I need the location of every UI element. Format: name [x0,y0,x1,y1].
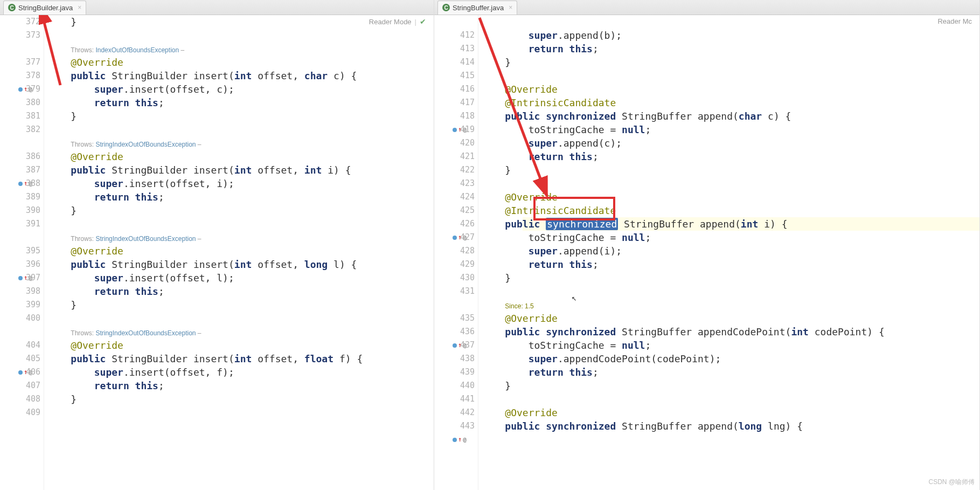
code-line[interactable] [44,312,434,325]
watermark: CSDN @喻师傅 [928,478,975,487]
line-number: 396↑@ [0,258,44,271]
line-number: 408 [0,392,44,406]
tab-label: StringBuilder.java [18,4,73,12]
code-line[interactable]: toStringCache = null; [478,339,979,352]
code-line[interactable] [44,29,434,42]
code-line[interactable]: super.insert(offset, i); [44,177,434,190]
code-line[interactable]: } [44,204,434,217]
code-line[interactable]: public synchronized StringBuffer append(… [478,419,979,433]
line-number: 435 [434,312,478,325]
code-line[interactable] [478,69,979,82]
code-line[interactable]: return this; [478,258,979,271]
line-number: 419 [434,123,478,136]
code-line[interactable]: return this; [44,96,434,109]
code-line[interactable] [44,406,434,419]
code-line[interactable]: super.append(c); [478,136,979,150]
code-line[interactable]: toStringCache = null; [478,123,979,136]
tab-stringbuilder[interactable]: C StringBuilder.java × [3,1,86,15]
line-number: 387↑@ [0,163,44,177]
tab-stringbuffer[interactable]: C StringBuffer.java × [437,1,517,15]
code-line[interactable]: Throws: IndexOutOfBoundsException – [44,42,434,56]
left-code-editor[interactable]: 372373377378↑@379380381382386387↑@388389… [0,15,434,490]
code-line[interactable]: public StringBuilder insert(int offset, … [44,69,434,82]
code-line[interactable]: super.insert(offset, c); [44,82,434,96]
line-number: 399 [0,298,44,312]
line-number [0,325,44,339]
code-line[interactable] [478,177,979,190]
line-number: 430 [434,271,478,285]
code-line[interactable]: } [44,109,434,123]
code-line[interactable]: @Override [478,82,979,96]
code-line[interactable]: Throws: StringIndexOutOfBoundsException … [44,325,434,339]
line-number: 407 [0,379,44,392]
line-number: 390 [0,204,44,217]
code-line[interactable]: @Override [44,339,434,352]
code-line[interactable]: Since: 1.5 [478,298,979,312]
line-number: 379 [0,82,44,96]
close-tab-icon[interactable]: × [509,4,512,11]
line-number [0,42,44,56]
code-line[interactable]: @Override [478,190,979,204]
code-line[interactable]: super.append(i); [478,244,979,258]
override-marker-icon[interactable]: ↑@ [453,433,467,446]
code-line[interactable]: } [478,379,979,392]
line-number: 397 [0,271,44,285]
code-line[interactable]: toStringCache = null; [478,231,979,244]
code-line[interactable]: } [478,56,979,69]
code-line[interactable]: public synchronized StringBuffer append(… [478,109,979,123]
code-line[interactable]: @Override [44,244,434,258]
java-class-icon: C [442,4,450,11]
line-number: 439 [434,365,478,379]
close-tab-icon[interactable]: × [78,4,81,11]
code-line[interactable]: @IntrinsicCandidate [478,96,979,109]
code-line[interactable]: public StringBuilder insert(int offset, … [44,163,434,177]
code-line[interactable] [478,15,979,29]
code-line[interactable]: Throws: StringIndexOutOfBoundsException … [44,231,434,244]
code-line[interactable]: @Override [478,406,979,419]
code-line[interactable]: public synchronized StringBuffer append(… [478,217,979,231]
code-line[interactable]: Throws: StringIndexOutOfBoundsException … [44,136,434,150]
code-line[interactable]: return this; [44,285,434,298]
code-line[interactable]: @IntrinsicCandidate [478,204,979,217]
code-line[interactable]: return this; [478,365,979,379]
line-number: 389 [0,190,44,204]
line-number: 436↑@ [434,325,478,339]
code-line[interactable]: super.insert(offset, f); [44,365,434,379]
code-line[interactable]: return this; [44,190,434,204]
line-number: 418↑@ [434,109,478,123]
line-number: 388 [0,177,44,190]
code-line[interactable] [478,285,979,298]
line-number: 420 [434,136,478,150]
code-line[interactable]: super.insert(offset, l); [44,271,434,285]
code-line[interactable]: } [44,15,434,29]
code-line[interactable]: @Override [44,56,434,69]
code-line[interactable]: super.appendCodePoint(codePoint); [478,352,979,365]
code-line[interactable]: @Override [478,312,979,325]
line-number: 421 [434,150,478,163]
code-line[interactable]: public StringBuilder insert(int offset, … [44,352,434,365]
code-line[interactable] [44,217,434,231]
line-number: 404 [0,339,44,352]
code-line[interactable]: @Override [44,150,434,163]
line-number: 438 [434,352,478,365]
code-line[interactable]: } [44,298,434,312]
line-number: 428 [434,244,478,258]
code-line[interactable]: public StringBuilder insert(int offset, … [44,258,434,271]
line-number [0,231,44,244]
code-line[interactable]: public synchronized StringBuffer appendC… [478,325,979,339]
line-number: 425 [434,204,478,217]
code-line[interactable] [478,392,979,406]
line-number: 378↑@ [0,69,44,82]
code-line[interactable]: } [478,163,979,177]
line-number: 422 [434,163,478,177]
code-line[interactable]: return this; [44,379,434,392]
line-number: 423 [434,177,478,190]
code-line[interactable]: super.append(b); [478,29,979,42]
right-code-editor[interactable]: 412413414415416417418↑@41942042142242342… [434,15,979,490]
code-line[interactable]: return this; [478,150,979,163]
code-line[interactable]: } [478,271,979,285]
code-line[interactable] [44,123,434,136]
code-line[interactable]: return this; [478,42,979,56]
tab-label: StringBuffer.java [453,4,504,12]
code-line[interactable]: } [44,392,434,406]
